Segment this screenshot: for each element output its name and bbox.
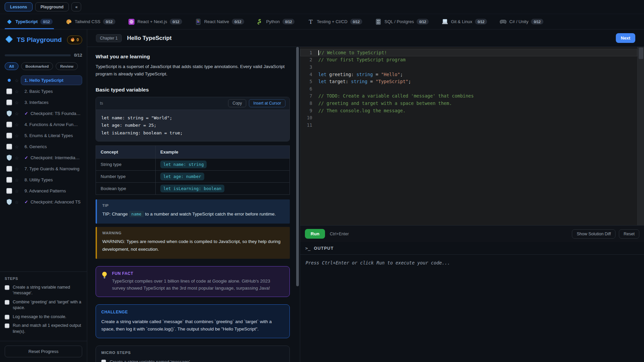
editor-line-3[interactable]: 3 [300,63,637,71]
editor-line-9[interactable]: 9// Then console.log the message. [300,107,637,114]
lesson-item-4-functions-arrow-fun[interactable]: ☆4. Functions & Arrow Fun… [5,119,82,130]
challenge-text: Create a string variable called `message… [101,318,284,333]
bookmark-star-icon[interactable]: ☆ [13,177,20,183]
line-code: // greeting and target with a space betw… [318,101,452,106]
collapse-sidebar-button[interactable]: « [71,2,81,11]
lesson-square-icon [5,177,13,183]
lesson-item-6-generics[interactable]: ☆6. Generics [5,141,82,152]
main-layout: TS Playground 0 0/12 All Bookmarked Revi… [0,29,644,362]
track-tab-typescript[interactable]: TypeScript0/12 [6,14,53,29]
editor-line-4[interactable]: 4let greeting: string = "Hello"; [300,71,637,78]
filter-bookmarked[interactable]: Bookmarked [21,62,53,70]
bookmark-star-icon[interactable]: ☆ [13,111,20,116]
track-tab-git-linux[interactable]: Git & Linux0/12 [441,14,487,29]
lesson-item-3-interfaces[interactable]: ☆3. Interfaces [5,97,82,108]
track-tab-react-native[interactable]: React Native0/12 [195,14,244,29]
code-token: // Your first TypeScript program [318,57,406,62]
tab-lessons[interactable]: Lessons [5,2,33,11]
track-tab-python[interactable]: Python0/12 [257,14,295,29]
code-token: let [318,72,329,77]
micro-step-item: Create a string variable named 'message'… [101,359,284,362]
step-text: Log message to the console. [13,314,66,320]
track-tab-react-next-js[interactable]: React + Next.js0/12 [128,14,182,29]
editor-line-8[interactable]: 8// greeting and target with a space bet… [300,100,637,107]
lesson-title: 7. Type Guards & Narrowing [24,166,79,171]
track-tab-sql-postgres[interactable]: SQL / Postgres0/12 [375,14,429,29]
lesson-title: 3. Interfaces [24,100,49,105]
editor-scrollbar[interactable] [637,47,644,225]
reset-code-button[interactable]: Reset [619,229,639,239]
bookmark-star-icon[interactable]: ☆ [13,133,20,138]
lesson-item-7-type-guards-narrowing[interactable]: ☆7. Type Guards & Narrowing [5,163,82,174]
typescript-diamond-icon [6,19,13,24]
editor-line-2[interactable]: 2// Your first TypeScript program [300,56,637,64]
track-label: React Native [204,19,229,24]
track-tab-c-unity[interactable]: C# / Unity0/12 [500,14,543,29]
editor-line-11[interactable]: 11 [300,121,637,129]
bookmark-star-icon[interactable]: ☆ [13,166,20,172]
show-solution-diff-button[interactable]: Show Solution Diff [572,229,615,239]
copy-code-button[interactable]: Copy [228,99,246,107]
lesson-item-9-advanced-patterns[interactable]: ☆9. Advanced Patterns [5,185,82,196]
bookmark-star-icon[interactable]: ☆ [13,144,20,149]
editor-scrollbar-thumb[interactable] [639,48,643,59]
lesson-label: 8. Utility Types [21,175,82,185]
active-dot-icon [5,79,13,82]
bookmark-star-icon[interactable]: ☆ [13,78,20,83]
step-checkbox[interactable] [5,285,9,290]
lesson-label: 1. Hello TypeScript [21,75,82,85]
editor-line-10[interactable]: 10 [300,114,637,121]
lesson-item-2-basic-types[interactable]: ☆2. Basic Types [5,86,82,97]
next-lesson-button[interactable]: Next [616,33,635,43]
streak-count: 0 [76,38,79,42]
step-checkbox[interactable] [5,300,9,305]
track-label: C# / Unity [509,19,528,24]
lesson-item-checkpoint-intermedia[interactable]: ☆✓Checkpoint: Intermedia… [5,152,82,163]
line-number: 10 [304,115,312,120]
insert-at-cursor-button[interactable]: Insert at Cursor [249,99,285,107]
run-shortcut-hint: Ctrl+Enter [330,232,349,236]
filter-all[interactable]: All [5,62,18,70]
line-number: 2 [304,57,312,62]
bookmark-star-icon[interactable]: ☆ [13,100,20,105]
challenge-box: CHALLENGE Create a string variable calle… [96,304,290,339]
track-tab-testing-ci-cd[interactable]: TTesting + CI/CD0/12 [307,14,362,29]
bookmark-star-icon[interactable]: ☆ [13,188,20,194]
micro-step-checkbox[interactable] [101,360,106,362]
track-label: React + Next.js [138,19,167,24]
track-tab-tailwind-css[interactable]: Tailwind CSS0/12 [65,14,115,29]
playground-title: TS Playground [17,36,62,44]
example-cell: let age: number [156,171,290,183]
lesson-filters: All Bookmarked Review [5,62,82,70]
filter-review[interactable]: Review [56,62,78,70]
lesson-item-8-utility-types[interactable]: ☆8. Utility Types [5,174,82,185]
lesson-label: 9. Advanced Patterns [21,186,82,196]
step-checkbox[interactable] [5,323,9,328]
reset-progress-button[interactable]: Reset Progress [5,346,82,357]
tab-playground[interactable]: Playground [35,2,69,11]
chapter-badge: Chapter 1 [96,34,122,42]
editor-line-7[interactable]: 7// TODO: Create a variable called 'mess… [300,93,637,100]
run-button[interactable]: Run [305,229,325,239]
editor-line-6[interactable]: 6 [300,85,637,93]
lesson-item-1-hello-typescript[interactable]: ☆1. Hello TypeScript [5,75,82,86]
lesson-item-checkpoint-advanced-ts[interactable]: ☆✓Checkpoint: Advanced TS [5,196,82,207]
step-item: Log message to the console. [5,314,82,320]
bookmark-star-icon[interactable]: ☆ [13,199,20,205]
lesson-item-checkpoint-ts-founda[interactable]: ☆✓Checkpoint: TS Founda… [5,108,82,119]
bookmark-star-icon[interactable]: ☆ [13,89,20,94]
step-checkbox[interactable] [5,315,9,319]
concept-cell: Boolean type [96,183,156,195]
bookmark-star-icon[interactable]: ☆ [13,155,20,161]
example-cell: let isLearning: boolean [156,183,290,195]
warning-label: WARNING [102,231,284,235]
lesson-item-5-enums-literal-types[interactable]: ☆5. Enums & Literal Types [5,130,82,141]
code-token: ; [408,79,411,84]
editor-line-5[interactable]: 5let target: string = "TypeScript"; [300,78,637,85]
lesson-label: ✓Checkpoint: TS Founda… [21,109,82,118]
bookmark-star-icon[interactable]: ☆ [13,122,20,127]
content-scrollbar[interactable] [296,47,299,286]
editor-line-1[interactable]: 1// Welcome to TypeScript! [300,49,637,56]
code-editor[interactable]: 1// Welcome to TypeScript!2// Your first… [300,47,644,225]
react-atom-icon [128,19,135,25]
